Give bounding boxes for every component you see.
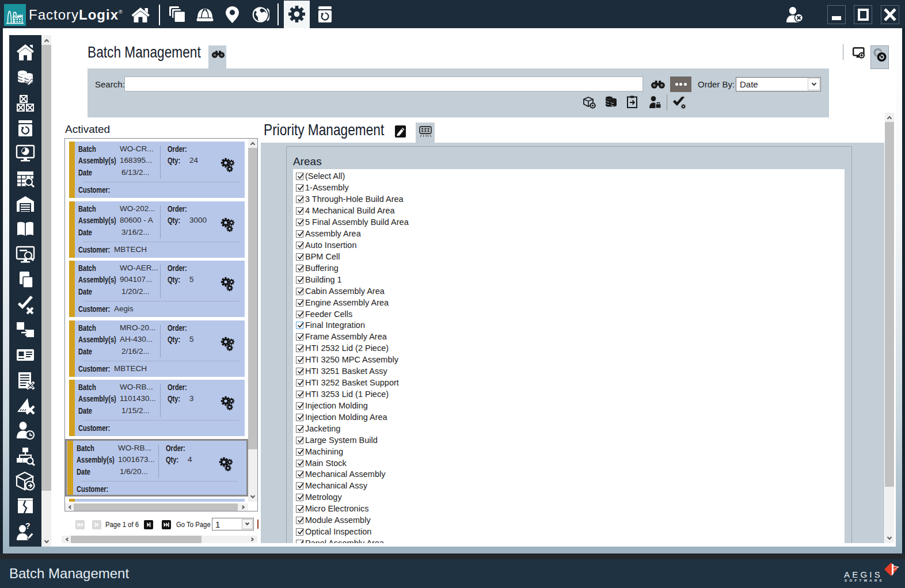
svg-text:?: ? bbox=[25, 522, 31, 530]
